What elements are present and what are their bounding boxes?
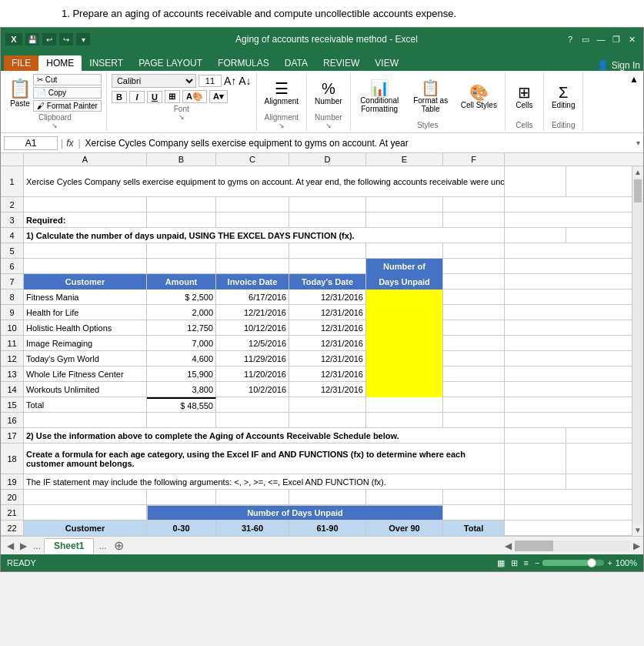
row-num-2[interactable]: 2 <box>1 197 24 213</box>
cell-F1[interactable] <box>505 166 566 196</box>
collapse-ribbon-button[interactable]: ▲ <box>628 72 640 131</box>
cell-C6[interactable] <box>216 259 289 274</box>
tab-review[interactable]: REVIEW <box>315 55 367 71</box>
signin-area[interactable]: 👤 Sign In <box>597 60 640 71</box>
italic-button[interactable]: I <box>129 91 145 103</box>
row-num-10[interactable]: 10 <box>1 320 24 336</box>
cell-A21[interactable] <box>24 505 147 520</box>
cell-E11[interactable] <box>366 336 443 351</box>
row-num-20[interactable]: 20 <box>1 490 24 505</box>
row-num-14[interactable]: 14 <box>1 382 24 397</box>
formula-dropdown-icon[interactable]: ▾ <box>636 139 640 147</box>
redo-icon[interactable]: ↪ <box>59 33 73 45</box>
row-num-16[interactable]: 16 <box>1 413 24 428</box>
cell-F13[interactable] <box>443 367 505 382</box>
cell-A20[interactable] <box>24 490 147 505</box>
format-as-table-button[interactable]: 📋 Format as Table <box>409 79 453 115</box>
font-color-button[interactable]: A▾ <box>209 90 228 103</box>
normal-view-icon[interactable]: ▦ <box>497 558 505 568</box>
row-num-11[interactable]: 11 <box>1 336 24 351</box>
col-header-B[interactable]: B <box>147 153 216 166</box>
cell-C2[interactable] <box>216 197 289 213</box>
row-num-22[interactable]: 22 <box>1 520 24 536</box>
sheet-nav-more-button[interactable]: ... <box>30 541 44 551</box>
cell-A18[interactable]: Create a formula for each age category, … <box>24 443 505 474</box>
cell-C22[interactable]: 31-60 <box>216 520 289 536</box>
cell-E5[interactable] <box>366 243 443 259</box>
cell-F17[interactable] <box>505 428 566 443</box>
underline-button[interactable]: U <box>147 91 162 103</box>
cell-E14[interactable] <box>366 382 443 397</box>
cell-C12[interactable]: 11/29/2016 <box>216 351 289 367</box>
save-icon[interactable]: 💾 <box>25 33 39 45</box>
cell-B6[interactable] <box>147 259 216 274</box>
cell-E2[interactable] <box>366 197 443 213</box>
cell-B9[interactable]: 2,000 <box>147 305 216 320</box>
cell-C20[interactable] <box>216 490 289 505</box>
cell-F10[interactable] <box>443 320 505 336</box>
sheet-tab-sheet1[interactable]: Sheet1 <box>44 538 94 554</box>
cell-D10[interactable]: 12/31/2016 <box>289 320 366 336</box>
cell-F11[interactable] <box>443 336 505 351</box>
cell-F16[interactable] <box>443 413 505 428</box>
cell-D6[interactable] <box>289 259 366 274</box>
row-num-8[interactable]: 8 <box>1 290 24 305</box>
cell-D8[interactable]: 12/31/2016 <box>289 290 366 305</box>
cell-B16[interactable] <box>147 413 216 428</box>
format-painter-button[interactable]: 🖌 Format Painter <box>33 100 102 112</box>
bold-button[interactable]: B <box>112 91 127 103</box>
close-button[interactable]: ✕ <box>625 32 639 46</box>
cell-E15[interactable] <box>366 397 443 413</box>
scroll-thumb[interactable] <box>634 179 642 203</box>
row-num-5[interactable]: 5 <box>1 243 24 259</box>
cell-A11[interactable]: Image Reimaging <box>24 336 147 351</box>
cell-E6[interactable]: Number of <box>366 259 443 274</box>
cell-B11[interactable]: 7,000 <box>147 336 216 351</box>
cell-A6[interactable] <box>24 259 147 274</box>
undo-icon[interactable]: ↩ <box>42 33 56 45</box>
cell-F2[interactable] <box>443 197 505 213</box>
cell-E20[interactable] <box>366 490 443 505</box>
col-header-E[interactable]: E <box>366 153 443 166</box>
cell-C3[interactable] <box>216 213 289 228</box>
cell-B21-merged[interactable]: Number of Days Unpaid <box>147 505 443 520</box>
scroll-down-button[interactable]: ▼ <box>632 524 643 536</box>
conditional-formatting-button[interactable]: 📊 Conditional Formatting <box>355 79 404 115</box>
cell-D9[interactable]: 12/31/2016 <box>289 305 366 320</box>
tab-data[interactable]: DATA <box>277 55 315 71</box>
row-num-13[interactable]: 13 <box>1 367 24 382</box>
cell-B5[interactable] <box>147 243 216 259</box>
font-name-select[interactable]: Calibri <box>112 74 196 88</box>
editing-button[interactable]: Σ Editing <box>549 83 579 111</box>
row-num-21[interactable]: 21 <box>1 505 24 520</box>
cell-A16[interactable] <box>24 413 147 428</box>
cell-C11[interactable]: 12/5/2016 <box>216 336 289 351</box>
cell-B3[interactable] <box>147 213 216 228</box>
cell-D5[interactable] <box>289 243 366 259</box>
cell-B22[interactable]: 0-30 <box>147 520 216 536</box>
cell-C16[interactable] <box>216 413 289 428</box>
scroll-right-button[interactable]: ▶ <box>633 541 640 551</box>
cut-button[interactable]: ✂ Cut <box>33 74 102 85</box>
sheet-nav-right-button[interactable]: ▶ <box>17 541 30 551</box>
cell-F6[interactable] <box>443 259 505 274</box>
cell-E9[interactable] <box>366 305 443 320</box>
cell-A8[interactable]: Fitness Mania <box>24 290 147 305</box>
cell-D15[interactable] <box>289 397 366 413</box>
tab-page-layout[interactable]: PAGE LAYOUT <box>131 55 210 71</box>
row-num-3[interactable]: 3 <box>1 213 24 228</box>
page-break-view-icon[interactable]: ≡ <box>524 558 529 567</box>
cell-A22[interactable]: Customer <box>24 520 147 536</box>
cell-D11[interactable]: 12/31/2016 <box>289 336 366 351</box>
row-num-6[interactable]: 6 <box>1 259 24 274</box>
cell-C14[interactable]: 10/2/2016 <box>216 382 289 397</box>
cell-E16[interactable] <box>366 413 443 428</box>
sheet-tabs-more-button[interactable]: ... <box>95 541 109 551</box>
borders-button[interactable]: ⊞ <box>165 90 180 103</box>
scroll-up-button[interactable]: ▲ <box>632 166 643 178</box>
cell-D13[interactable]: 12/31/2016 <box>289 367 366 382</box>
row-num-17[interactable]: 17 <box>1 428 24 443</box>
row-num-9[interactable]: 9 <box>1 305 24 320</box>
cell-B14[interactable]: 3,800 <box>147 382 216 397</box>
tab-view[interactable]: VIEW <box>367 55 406 71</box>
